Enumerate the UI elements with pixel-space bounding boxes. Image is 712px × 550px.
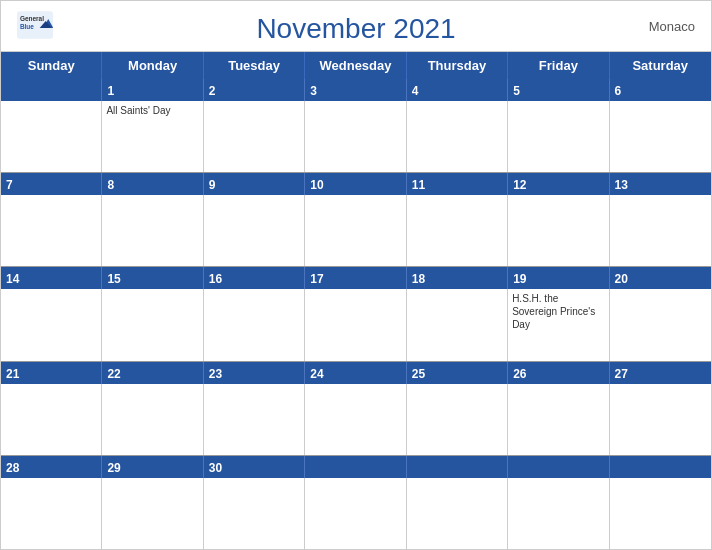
week-5-day-0-num: 28 (1, 456, 102, 478)
week-5-day-2-event (204, 478, 305, 549)
day-header-wednesday: Wednesday (305, 52, 406, 79)
week-3-day-1-num: 15 (102, 267, 203, 289)
week-2-day-0-event (1, 195, 102, 266)
week-3-day-5-num: 19 (508, 267, 609, 289)
week-1: 123456All Saints' Day (1, 79, 711, 172)
logo-area: General Blue (17, 11, 53, 39)
week-3-day-2-num: 16 (204, 267, 305, 289)
week-4-day-3-event (305, 384, 406, 455)
week-2-day-4-event (407, 195, 508, 266)
week-5-day-1-num: 29 (102, 456, 203, 478)
week-1-day-2-num: 2 (204, 79, 305, 101)
week-1-day-0-event (1, 101, 102, 172)
generalblue-logo-icon: General Blue (17, 11, 53, 39)
week-5-day-4-event (407, 478, 508, 549)
week-5-day-2-num: 30 (204, 456, 305, 478)
week-5-day-4-num (407, 456, 508, 478)
week-2-day-1-event (102, 195, 203, 266)
day-header-tuesday: Tuesday (204, 52, 305, 79)
calendar-grid: Sunday Monday Tuesday Wednesday Thursday… (1, 51, 711, 549)
week-3-day-2-event (204, 289, 305, 360)
week-3-day-6-event (610, 289, 711, 360)
week-3-day-3-event (305, 289, 406, 360)
week-2-day-3-event (305, 195, 406, 266)
week-1-day-1-num: 1 (102, 79, 203, 101)
week-1-day-5-event (508, 101, 609, 172)
week-4-day-5-num: 26 (508, 362, 609, 384)
week-4-day-1-event (102, 384, 203, 455)
week-2-day-4-num: 11 (407, 173, 508, 195)
day-header-monday: Monday (102, 52, 203, 79)
week-1-day-3-event (305, 101, 406, 172)
week-1-event-bar: All Saints' Day (1, 101, 711, 172)
week-4-day-6-num: 27 (610, 362, 711, 384)
week-5-day-5-event (508, 478, 609, 549)
week-5-event-bar (1, 478, 711, 549)
svg-text:General: General (20, 15, 44, 22)
week-3: 14151617181920H.S.H. the Sovereign Princ… (1, 266, 711, 360)
day-header-saturday: Saturday (610, 52, 711, 79)
week-2-day-6-num: 13 (610, 173, 711, 195)
week-3-day-1-event (102, 289, 203, 360)
week-2-day-1-num: 8 (102, 173, 203, 195)
week-4-day-5-event (508, 384, 609, 455)
week-2-num-bar: 78910111213 (1, 173, 711, 195)
week-4-day-0-event (1, 384, 102, 455)
svg-text:Blue: Blue (20, 23, 34, 30)
week-4-day-0-num: 21 (1, 362, 102, 384)
week-2-event-bar (1, 195, 711, 266)
day-header-thursday: Thursday (407, 52, 508, 79)
day-header-friday: Friday (508, 52, 609, 79)
week-2-day-5-num: 12 (508, 173, 609, 195)
week-3-num-bar: 14151617181920 (1, 267, 711, 289)
week-2: 78910111213 (1, 172, 711, 266)
week-4: 21222324252627 (1, 361, 711, 455)
week-5-day-0-event (1, 478, 102, 549)
week-3-day-3-num: 17 (305, 267, 406, 289)
calendar-container: General Blue November 2021 Monaco Sunday… (0, 0, 712, 550)
week-4-day-1-num: 22 (102, 362, 203, 384)
week-2-day-6-event (610, 195, 711, 266)
week-1-day-2-event (204, 101, 305, 172)
week-3-day-5-event: H.S.H. the Sovereign Prince's Day (508, 289, 609, 360)
week-2-day-2-event (204, 195, 305, 266)
calendar-header: General Blue November 2021 Monaco (1, 1, 711, 51)
week-3-day-4-num: 18 (407, 267, 508, 289)
week-1-num-bar: 123456 (1, 79, 711, 101)
day-header-sunday: Sunday (1, 52, 102, 79)
week-1-day-4-event (407, 101, 508, 172)
week-1-day-5-num: 5 (508, 79, 609, 101)
week-4-num-bar: 21222324252627 (1, 362, 711, 384)
week-2-day-3-num: 10 (305, 173, 406, 195)
week-1-day-6-event (610, 101, 711, 172)
calendar-title: November 2021 (256, 13, 455, 45)
week-5-day-1-event (102, 478, 203, 549)
week-2-day-0-num: 7 (1, 173, 102, 195)
day-headers-row: Sunday Monday Tuesday Wednesday Thursday… (1, 52, 711, 79)
week-3-day-4-event (407, 289, 508, 360)
week-4-day-3-num: 24 (305, 362, 406, 384)
week-5-day-6-num (610, 456, 711, 478)
week-1-day-1-event: All Saints' Day (102, 101, 203, 172)
country-label: Monaco (649, 19, 695, 34)
week-4-day-4-event (407, 384, 508, 455)
week-4-day-2-num: 23 (204, 362, 305, 384)
week-4-day-4-num: 25 (407, 362, 508, 384)
week-1-day-4-num: 4 (407, 79, 508, 101)
week-4-event-bar (1, 384, 711, 455)
week-4-day-6-event (610, 384, 711, 455)
week-5: 282930 (1, 455, 711, 549)
week-2-day-2-num: 9 (204, 173, 305, 195)
week-3-day-0-num: 14 (1, 267, 102, 289)
week-5-day-6-event (610, 478, 711, 549)
week-4-day-2-event (204, 384, 305, 455)
week-1-day-0-num (1, 79, 102, 101)
week-5-day-3-num (305, 456, 406, 478)
week-5-num-bar: 282930 (1, 456, 711, 478)
weeks-area: 123456All Saints' Day7891011121314151617… (1, 79, 711, 549)
week-2-day-5-event (508, 195, 609, 266)
week-1-day-6-num: 6 (610, 79, 711, 101)
week-1-day-3-num: 3 (305, 79, 406, 101)
week-5-day-3-event (305, 478, 406, 549)
week-3-day-0-event (1, 289, 102, 360)
